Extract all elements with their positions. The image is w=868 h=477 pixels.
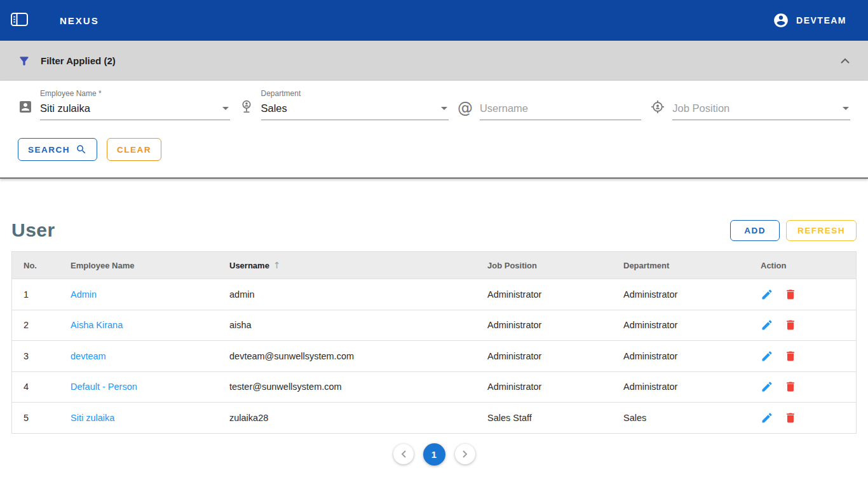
delete-button[interactable] bbox=[784, 411, 797, 424]
cell-employee-name: Admin bbox=[71, 289, 229, 300]
column-header-username[interactable]: Username ↑ bbox=[229, 260, 487, 270]
column-header-no[interactable]: No. bbox=[24, 261, 71, 270]
delete-button[interactable] bbox=[784, 350, 797, 363]
cell-no: 4 bbox=[24, 382, 71, 392]
refresh-button[interactable]: REFRESH bbox=[786, 220, 857, 241]
employee-name-link[interactable]: Siti zulaika bbox=[71, 413, 114, 423]
add-button-label: ADD bbox=[744, 226, 766, 235]
username-field: @ Username bbox=[458, 89, 641, 120]
clear-button[interactable]: CLEAR bbox=[107, 138, 161, 161]
app-brand: NEXUS bbox=[60, 15, 99, 26]
edit-button[interactable] bbox=[761, 411, 773, 424]
column-header-username-label: Username bbox=[229, 261, 269, 270]
column-header-job-position[interactable]: Job Position bbox=[487, 261, 623, 270]
cell-username: admin bbox=[229, 289, 487, 300]
filter-title: Filter Applied (2) bbox=[41, 55, 116, 66]
cell-no: 1 bbox=[24, 289, 71, 300]
cell-job-position: Administrator bbox=[487, 320, 623, 330]
sidebar-toggle-icon bbox=[10, 11, 29, 29]
table-row: 5 Siti zulaika zulaika28 Sales Staff Sal… bbox=[12, 402, 856, 433]
table-row: 4 Default - Person tester@sunwellsystem.… bbox=[12, 371, 856, 403]
username-placeholder: Username bbox=[480, 102, 528, 114]
cell-employee-name: Default - Person bbox=[71, 382, 229, 392]
cell-no: 3 bbox=[24, 351, 71, 361]
edit-pencil-icon bbox=[761, 350, 773, 363]
previous-page-button[interactable] bbox=[393, 444, 414, 464]
at-icon: @ bbox=[458, 100, 473, 120]
employee-name-link[interactable]: Admin bbox=[71, 289, 97, 300]
cell-job-position: Administrator bbox=[487, 351, 623, 361]
delete-button[interactable] bbox=[784, 380, 797, 393]
sidebar-toggle-button[interactable] bbox=[10, 11, 29, 29]
username-input[interactable]: Username bbox=[480, 89, 641, 120]
edit-button[interactable] bbox=[761, 350, 773, 363]
dropdown-arrow-icon bbox=[843, 107, 849, 110]
employee-name-value: Siti zulaika bbox=[40, 102, 90, 114]
cell-job-position: Sales Staff bbox=[487, 413, 623, 423]
job-position-label bbox=[672, 89, 850, 99]
edit-pencil-icon bbox=[761, 411, 773, 424]
delete-button[interactable] bbox=[784, 288, 797, 301]
employee-name-link[interactable]: Aisha Kirana bbox=[71, 320, 123, 330]
employee-name-field: Employee Name * Siti zulaika bbox=[18, 89, 230, 120]
next-page-button[interactable] bbox=[455, 444, 475, 464]
department-field: Department Sales bbox=[239, 89, 449, 120]
chevron-left-icon bbox=[400, 450, 407, 459]
delete-trash-icon bbox=[784, 380, 797, 393]
cell-username: zulaika28 bbox=[229, 413, 487, 423]
collapse-filter-button[interactable] bbox=[840, 58, 850, 64]
edit-button[interactable] bbox=[761, 288, 773, 301]
username-label bbox=[480, 89, 641, 99]
user-table: No. Employee Name Username ↑ Job Positio… bbox=[11, 251, 857, 434]
cell-employee-name: devteam bbox=[71, 351, 229, 361]
chevron-up-icon bbox=[840, 58, 850, 64]
cell-username: tester@sunwellsystem.com bbox=[229, 382, 487, 392]
cell-no: 2 bbox=[24, 320, 71, 330]
employee-name-link[interactable]: Default - Person bbox=[71, 382, 137, 392]
delete-trash-icon bbox=[784, 411, 797, 424]
department-select[interactable]: Department Sales bbox=[261, 89, 449, 120]
page-title: User bbox=[11, 219, 55, 241]
search-button[interactable]: SEARCH bbox=[18, 138, 97, 161]
employee-name-link[interactable]: devteam bbox=[71, 351, 106, 361]
dropdown-arrow-icon bbox=[222, 107, 229, 110]
page-actions: ADD REFRESH bbox=[730, 220, 857, 241]
person-target-icon bbox=[650, 99, 665, 120]
clear-button-label: CLEAR bbox=[117, 145, 151, 155]
user-menu-button[interactable]: DEVTEAM bbox=[773, 12, 858, 29]
edit-button[interactable] bbox=[761, 380, 773, 393]
cell-employee-name: Siti zulaika bbox=[71, 413, 229, 423]
cell-no: 5 bbox=[24, 413, 71, 423]
search-button-label: SEARCH bbox=[28, 145, 70, 155]
cell-job-position: Administrator bbox=[487, 289, 623, 300]
dropdown-arrow-icon bbox=[441, 107, 447, 110]
department-label: Department bbox=[261, 89, 449, 99]
table-header-row: No. Employee Name Username ↑ Job Positio… bbox=[12, 252, 856, 279]
edit-button[interactable] bbox=[761, 319, 773, 331]
add-button[interactable]: ADD bbox=[730, 220, 780, 241]
edit-pencil-icon bbox=[761, 288, 773, 301]
table-row: 3 devteam devteam@sunwellsystem.com Admi… bbox=[12, 340, 856, 371]
account-box-icon bbox=[18, 99, 33, 120]
filter-buttons-row: SEARCH CLEAR bbox=[18, 138, 850, 161]
employee-name-label: Employee Name * bbox=[40, 89, 230, 99]
edit-pencil-icon bbox=[761, 319, 773, 331]
column-header-action: Action bbox=[761, 261, 856, 270]
cell-department: Sales bbox=[623, 413, 761, 423]
filter-funnel-icon bbox=[18, 55, 31, 67]
cell-action bbox=[761, 288, 856, 301]
job-position-select[interactable]: Job Position bbox=[672, 89, 850, 120]
filter-fields-row: Employee Name * Siti zulaika Departm bbox=[18, 89, 850, 120]
page-1-button[interactable]: 1 bbox=[423, 443, 445, 466]
main-content: User ADD REFRESH No. Employee Name Usern… bbox=[0, 219, 868, 466]
column-header-employee-name[interactable]: Employee Name bbox=[71, 261, 229, 270]
column-header-department[interactable]: Department bbox=[623, 261, 761, 270]
cell-department: Administrator bbox=[623, 351, 761, 361]
delete-trash-icon bbox=[784, 350, 797, 363]
employee-name-select[interactable]: Employee Name * Siti zulaika bbox=[40, 89, 230, 120]
delete-button[interactable] bbox=[784, 319, 797, 331]
job-position-placeholder: Job Position bbox=[672, 102, 729, 114]
filter-panel-header[interactable]: Filter Applied (2) bbox=[0, 41, 868, 81]
delete-trash-icon bbox=[784, 288, 797, 301]
navbar-left: NEXUS bbox=[10, 11, 99, 29]
